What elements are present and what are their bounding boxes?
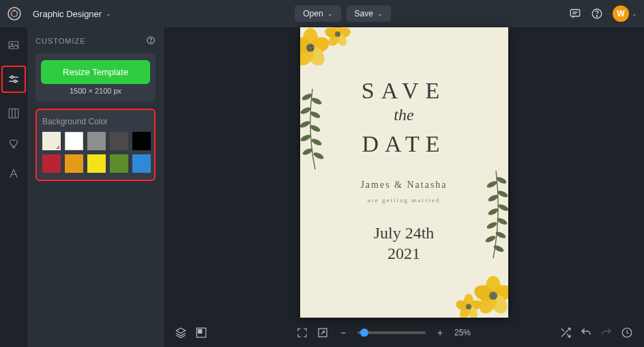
swatch-blue[interactable] [132,154,151,173]
canvas-viewport[interactable]: SAVE the DATE James & Natasha are gettin… [164,27,644,318]
chevron-down-icon: ⌄ [327,10,333,17]
svg-point-71 [466,304,471,309]
minus-icon: − [340,327,346,338]
bottom-toolbar: − + 25% [164,318,644,347]
top-bar: Graphic Designer ⌄ Open ⌄ Save ⌄ W ⌄ [0,0,644,27]
chevron-down-icon: ⌄ [632,10,637,17]
tool-rail [0,27,27,347]
doc-event-date[interactable]: July 24th [300,224,508,242]
chat-icon[interactable] [569,8,581,20]
svg-rect-7 [570,10,580,16]
swatch-olive[interactable] [110,154,128,173]
swatch-crimson[interactable] [42,154,61,173]
doc-headline-1[interactable]: SAVE [300,78,508,104]
swatch-darkgray[interactable] [110,132,128,150]
avatar-letter: W [617,9,624,18]
redo-icon[interactable] [600,327,613,339]
save-button[interactable]: Save ⌄ [347,5,391,22]
app-logo-icon [7,6,22,21]
template-dimensions: 1500 × 2100 px [41,87,150,95]
help-icon[interactable] [591,8,603,20]
swatch-orange[interactable] [65,154,83,173]
chevron-down-icon: ⌄ [106,10,111,17]
doc-headline-3[interactable]: DATE [300,131,508,157]
save-label: Save [355,9,373,18]
svg-point-38 [335,31,340,37]
favorites-tool-icon[interactable] [4,134,23,153]
image-tool-icon[interactable] [4,36,23,55]
svg-rect-73 [199,329,202,333]
swatch-gray[interactable] [87,132,106,150]
flower-decoration [447,253,508,318]
swatch-white[interactable] [65,132,83,150]
svg-point-30 [308,46,309,47]
zoom-slider-knob[interactable] [360,329,368,337]
fit-screen-icon[interactable] [296,327,308,339]
svg-point-65 [489,292,497,300]
doc-headline-2[interactable]: the [300,106,508,124]
doc-subtitle[interactable]: are getting married [300,197,508,204]
text-tool-icon[interactable] [4,164,23,183]
app-mode-label: Graphic Designer [33,9,102,19]
svg-point-54 [487,207,499,216]
svg-point-53 [497,203,508,212]
bg-color-label: Background Color [42,117,149,126]
panel-help-icon[interactable] [146,36,156,46]
svg-point-15 [11,76,13,78]
svg-point-6 [12,15,14,17]
expand-icon[interactable] [317,327,329,339]
layers-icon[interactable] [175,327,187,339]
zoom-in-button[interactable]: + [434,327,446,339]
page-layout-icon[interactable] [195,327,207,339]
resize-label: Resize Template [63,67,128,77]
zoom-out-button[interactable]: − [337,327,349,339]
svg-point-3 [14,10,16,12]
undo-icon[interactable] [580,327,592,339]
swatch-yellow[interactable] [87,154,106,173]
svg-point-2 [11,12,13,14]
resize-template-button[interactable]: Resize Template [41,60,150,84]
open-label: Open [303,9,323,18]
customize-panel: CUSTOMIZE Resize Template 1500 × 2100 px… [27,27,164,347]
history-icon[interactable] [621,327,633,339]
chevron-down-icon: ⌄ [377,10,383,17]
svg-point-13 [12,43,13,44]
background-color-card: Background Color [35,109,156,181]
doc-names[interactable]: James & Natasha [300,180,508,191]
svg-rect-18 [9,109,18,118]
zoom-level-label: 25% [454,328,471,337]
swatch-grid [42,132,149,173]
plus-icon: + [437,327,443,338]
svg-point-17 [14,80,16,82]
svg-point-0 [8,8,20,20]
avatar: W [613,5,629,22]
svg-point-11 [596,16,597,16]
zoom-slider[interactable] [357,331,426,334]
doc-event-year[interactable]: 2021 [300,245,508,263]
svg-point-28 [306,44,314,52]
app-mode-dropdown[interactable]: Graphic Designer ⌄ [27,6,117,22]
swatch-black[interactable] [132,132,151,150]
svg-point-22 [151,42,151,42]
open-button[interactable]: Open ⌄ [295,5,340,22]
svg-point-4 [16,12,18,14]
svg-point-29 [312,48,313,50]
svg-point-5 [16,15,18,17]
shuffle-icon[interactable] [559,327,572,339]
user-menu[interactable]: W ⌄ [613,5,637,22]
svg-point-32 [308,49,310,51]
swatch-current[interactable] [42,132,61,150]
layout-tool-icon[interactable] [4,104,23,123]
canvas-area: SAVE the DATE James & Natasha are gettin… [164,27,644,347]
panel-title: CUSTOMIZE [35,37,86,45]
customize-tool-icon[interactable] [4,70,23,89]
svg-point-31 [311,45,312,46]
template-document[interactable]: SAVE the DATE James & Natasha are gettin… [300,27,508,318]
